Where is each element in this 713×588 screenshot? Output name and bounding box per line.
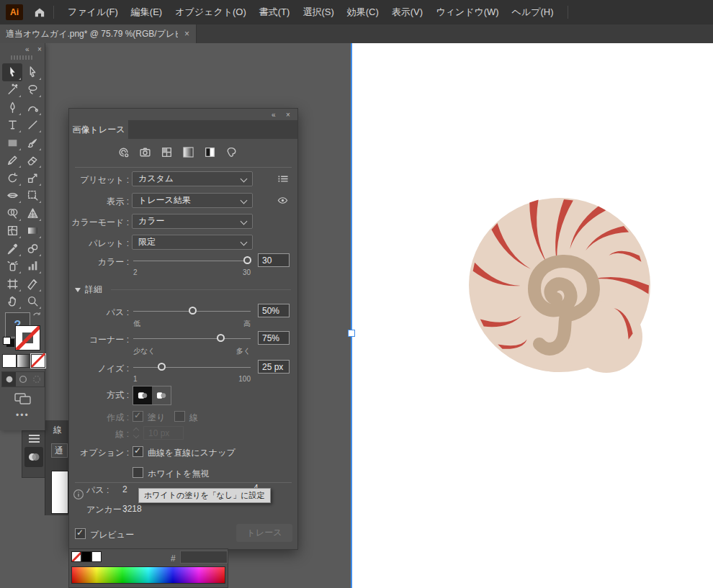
palette-dropdown[interactable]: 限定 — [132, 235, 253, 250]
corners-slider-knob[interactable] — [217, 334, 225, 342]
panel-menu-icon[interactable] — [28, 434, 40, 443]
tool-direct-selection-icon[interactable] — [22, 63, 42, 81]
menu-select[interactable]: 選択(S) — [296, 0, 340, 24]
black-swatch[interactable] — [81, 551, 91, 562]
tool-symbol-sprayer-icon[interactable] — [2, 258, 22, 276]
image-trace-tab[interactable]: 画像トレース — [69, 120, 128, 139]
corners-slider-track[interactable] — [133, 338, 251, 339]
tool-perspective-grid-icon[interactable] — [22, 204, 42, 222]
tool-eraser-icon[interactable] — [22, 152, 42, 170]
menu-file[interactable]: ファイル(F) — [61, 0, 125, 24]
document-tab[interactable]: 適当オウムガイ.png* @ 75.79 %(RGB/プレビュー) × — [0, 24, 197, 43]
tool-hand-icon[interactable] — [2, 293, 22, 311]
ignore-white-checkbox[interactable]: ホワイトを無視 — [133, 466, 209, 480]
color-spectrum-bar[interactable] — [71, 566, 225, 584]
color-button[interactable] — [2, 354, 17, 368]
tool-slice-icon[interactable] — [22, 275, 42, 293]
edit-toolbar-icon[interactable]: ••• — [16, 410, 30, 420]
collapse-tools-icon[interactable]: « — [25, 46, 30, 53]
preset-dropdown[interactable]: カスタム — [132, 171, 253, 186]
tool-blend-icon[interactable] — [22, 240, 42, 258]
menu-view[interactable]: 表示(V) — [385, 0, 429, 24]
traced-shell-image[interactable] — [467, 196, 653, 374]
tool-curvature-icon[interactable] — [22, 99, 42, 117]
colors-slider-track[interactable] — [133, 261, 251, 261]
menu-window[interactable]: ウィンドウ(W) — [429, 0, 505, 24]
tool-width-icon[interactable] — [2, 187, 22, 205]
white-swatch-fragment[interactable] — [51, 471, 68, 514]
menu-type[interactable]: 書式(T) — [253, 0, 297, 24]
preview-checkbox[interactable]: プレビュー — [75, 528, 134, 541]
snap-curves-checkbox[interactable]: 曲線を直線にスナップ — [133, 445, 236, 459]
none-swatch[interactable] — [71, 551, 81, 562]
change-screen-mode-icon[interactable] — [14, 392, 32, 405]
draw-normal-mode-icon[interactable] — [2, 372, 16, 386]
tool-lasso-icon[interactable] — [22, 81, 42, 99]
tool-selection-icon[interactable] — [2, 63, 22, 81]
noise-slider-knob[interactable] — [158, 363, 166, 371]
close-tab-icon[interactable]: × — [178, 29, 196, 39]
preset-outline-icon[interactable] — [225, 145, 238, 160]
tool-paintbrush-icon[interactable] — [22, 134, 42, 152]
preset-grayscale-icon[interactable] — [181, 145, 195, 160]
close-panel-icon[interactable]: × — [286, 112, 290, 119]
tool-artboard-icon[interactable] — [2, 275, 22, 293]
tool-shape-builder-icon[interactable] — [2, 204, 22, 222]
paths-value[interactable]: 50% — [258, 304, 290, 317]
tool-rectangle-icon[interactable] — [2, 134, 22, 152]
colors-value[interactable]: 30 — [258, 253, 290, 267]
corners-value[interactable]: 75% — [258, 331, 290, 345]
swap-fill-stroke-icon[interactable] — [32, 311, 42, 321]
menu-help[interactable]: ヘルプ(H) — [506, 0, 560, 24]
eye-icon[interactable] — [277, 195, 289, 206]
method-abutting-button[interactable] — [133, 386, 152, 404]
tool-column-graph-icon[interactable] — [22, 258, 42, 276]
menu-edit[interactable]: 編集(E) — [125, 0, 169, 24]
noise-value[interactable]: 25 px — [258, 360, 290, 374]
draw-behind-mode-icon[interactable] — [16, 372, 30, 386]
tool-line-segment-icon[interactable] — [22, 117, 42, 135]
white-swatch[interactable] — [91, 551, 102, 562]
detail-section-header[interactable]: 詳細 — [75, 284, 291, 296]
tool-mesh-icon[interactable] — [2, 222, 22, 240]
paths-slider-knob[interactable] — [189, 307, 197, 315]
stroke-panel-tab[interactable]: 線 — [53, 424, 62, 436]
trace-button[interactable]: トレース — [236, 524, 292, 542]
preset-menu-icon[interactable] — [277, 173, 289, 184]
noise-slider-track[interactable] — [133, 367, 251, 368]
tool-magic-wand-icon[interactable] — [2, 81, 22, 99]
preset-low-color-icon[interactable] — [160, 145, 174, 160]
illustrator-logo-icon[interactable]: Ai — [6, 4, 23, 20]
hex-input[interactable] — [180, 551, 228, 564]
preset-high-color-icon[interactable] — [138, 145, 152, 160]
tool-pen-icon[interactable] — [2, 99, 22, 117]
view-dropdown[interactable]: トレース結果 — [132, 193, 253, 208]
tool-zoom-icon[interactable] — [22, 293, 42, 311]
blend-mode-field-fragment[interactable]: 通 — [51, 443, 68, 458]
tool-rotate-icon[interactable] — [2, 169, 22, 187]
home-icon[interactable] — [33, 6, 46, 19]
gradient-button[interactable] — [17, 354, 31, 368]
draw-inside-mode-icon[interactable] — [30, 372, 44, 386]
tool-free-transform-icon[interactable] — [22, 187, 42, 205]
transparency-icon[interactable] — [24, 447, 43, 467]
selection-handle[interactable] — [348, 330, 355, 337]
tool-gradient-icon[interactable] — [22, 222, 42, 240]
menu-object[interactable]: オブジェクト(O) — [169, 0, 253, 24]
menu-effect[interactable]: 効果(C) — [341, 0, 385, 24]
none-button[interactable] — [31, 354, 45, 368]
tool-type-icon[interactable] — [2, 117, 22, 135]
paths-slider-track[interactable] — [133, 311, 251, 312]
preset-black-and-white-icon[interactable] — [203, 145, 217, 160]
stroke-swatch[interactable] — [15, 325, 40, 350]
color-mode-dropdown[interactable]: カラー — [132, 214, 253, 229]
tool-pencil-icon[interactable] — [2, 152, 22, 170]
default-fill-stroke-icon[interactable] — [3, 337, 14, 347]
panel-grip[interactable] — [11, 55, 34, 60]
tool-eyedropper-icon[interactable] — [2, 240, 22, 258]
method-overlapping-button[interactable] — [152, 386, 171, 404]
close-tools-icon[interactable]: × — [37, 46, 42, 53]
colors-slider-knob[interactable] — [243, 256, 251, 264]
preset-auto-color-icon[interactable] — [117, 145, 130, 160]
collapse-panel-icon[interactable]: « — [272, 112, 276, 119]
